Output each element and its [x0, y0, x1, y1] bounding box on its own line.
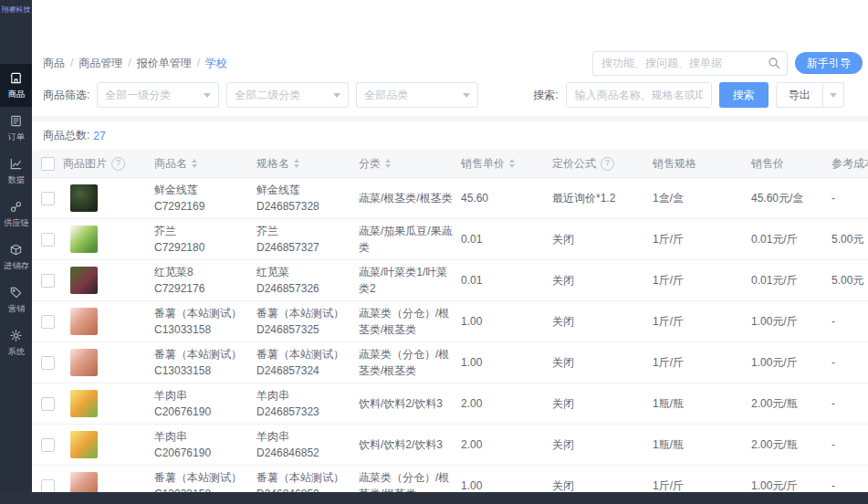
sort-icon[interactable]	[294, 159, 299, 168]
chevron-down-icon	[333, 93, 340, 98]
pricing-formula: 关闭	[552, 268, 653, 292]
column-header-label: 销售规格	[653, 155, 696, 172]
spec-name: 羊肉串	[256, 387, 351, 404]
product-thumbnail[interactable]	[70, 226, 98, 253]
sale-spec: 1斤/斤	[653, 474, 751, 492]
help-icon[interactable]: ?	[601, 157, 614, 171]
sidebar-item-inventory[interactable]: 进销存	[0, 236, 32, 278]
row-checkbox[interactable]	[41, 438, 55, 452]
product-search-input[interactable]	[567, 83, 711, 107]
sidebar-item-system[interactable]: 系统	[0, 321, 32, 364]
product-code: C13033158	[154, 362, 249, 379]
column-header-label: 销售单价	[461, 155, 505, 172]
column-header: 定价公式?	[552, 152, 653, 175]
sale-spec: 1盒/盒	[653, 186, 751, 210]
search-button[interactable]: 搜索	[719, 82, 769, 108]
table-row: 羊肉串 C20676190 羊肉串 D246857323 饮料/饮料2/饮料3 …	[32, 383, 868, 425]
row-checkbox[interactable]	[41, 397, 55, 411]
product-thumbnail[interactable]	[70, 308, 98, 335]
spec-name: 鲜金线莲	[256, 182, 351, 198]
row-checkbox[interactable]	[41, 233, 55, 247]
column-header: 规格名	[256, 152, 359, 175]
table-row: 番薯（本站测试） C13033158 番薯（本站测试） D246857325 蔬…	[32, 301, 868, 342]
product-thumbnail[interactable]	[70, 472, 98, 492]
category: 蔬菜类（分仓）/根茎类/根茎类	[359, 301, 461, 341]
product-thumbnail[interactable]	[70, 390, 98, 417]
category: 饮料/饮料2/饮料3	[359, 392, 461, 415]
sidebar-item-goods[interactable]: 商品	[0, 64, 32, 107]
pricing-formula: 关闭	[552, 433, 653, 457]
sidebar-item-orders[interactable]: 订单	[0, 107, 32, 150]
breadcrumb-separator: /	[70, 57, 73, 69]
supply-icon	[9, 200, 23, 214]
sidebar-item-label: 供应链	[4, 217, 29, 229]
sort-icon[interactable]	[509, 159, 515, 168]
unit-price: 1.00	[461, 351, 552, 374]
spec-code: D246857327	[256, 239, 351, 256]
pricing-formula: 关闭	[552, 392, 653, 415]
breadcrumb-item[interactable]: 报价单管理	[137, 57, 192, 69]
product-thumbnail[interactable]	[70, 184, 98, 212]
sidebar-item-marketing[interactable]: 营销	[0, 278, 32, 321]
total-count-label: 商品总数:	[43, 128, 89, 143]
category-type-select[interactable]: 全部品类	[356, 82, 478, 108]
guide-button[interactable]: 新手引导	[795, 52, 863, 74]
category: 蔬菜/根茎类/根茎类	[359, 186, 461, 210]
breadcrumb-item[interactable]: 学校	[205, 57, 227, 69]
category: 蔬菜/叶菜类1/叶菜类2	[359, 260, 461, 300]
search-label: 搜索:	[533, 88, 558, 103]
export-dropdown-button[interactable]	[822, 83, 843, 107]
row-checkbox[interactable]	[41, 315, 55, 329]
pricing-formula: 关闭	[552, 227, 653, 251]
sale-price: 45.60元/盒	[751, 186, 831, 210]
product-name: 芥兰	[154, 223, 249, 239]
sidebar-nav: 商品订单数据供应链进销存营销系统	[0, 64, 32, 364]
unit-price: 1.00	[461, 474, 552, 492]
sale-price: 1.00元/斤	[751, 474, 831, 492]
sale-spec: 1瓶/瓶	[653, 433, 751, 457]
sidebar-item-data[interactable]: 数据	[0, 150, 32, 193]
pricing-formula: 关闭	[552, 474, 653, 492]
sort-icon[interactable]	[192, 159, 197, 168]
sale-price: 2.00元/瓶	[751, 433, 831, 457]
select-all-checkbox[interactable]	[41, 157, 55, 171]
breadcrumb-item[interactable]: 商品	[43, 57, 65, 69]
category-level1-select[interactable]: 全部一级分类	[97, 82, 219, 108]
product-thumbnail[interactable]	[70, 431, 98, 458]
product-code: C20676190	[154, 404, 249, 420]
ref-cost: -	[831, 392, 868, 415]
row-checkbox[interactable]	[41, 274, 55, 288]
row-checkbox[interactable]	[41, 479, 55, 493]
global-search-input[interactable]	[593, 52, 787, 75]
row-checkbox[interactable]	[41, 192, 55, 205]
spec-name: 番薯（本站测试）	[256, 469, 351, 486]
sidebar-item-supply[interactable]: 供应链	[0, 193, 32, 236]
table-body: 鲜金线莲 C7292169 鲜金线莲 D246857328 蔬菜/根茎类/根茎类…	[32, 178, 868, 492]
table-row: 芥兰 C7292180 芥兰 D246857327 蔬菜/茄果瓜豆/果蔬类 0.…	[32, 219, 868, 260]
chevron-down-icon	[204, 93, 211, 98]
row-checkbox[interactable]	[41, 356, 55, 370]
product-thumbnail[interactable]	[70, 267, 98, 294]
pricing-formula: 关闭	[552, 310, 653, 333]
search-icon[interactable]	[767, 56, 781, 70]
pricing-formula: 关闭	[552, 351, 653, 374]
category-level2-select[interactable]: 全部二级分类	[226, 82, 349, 108]
sale-price: 2.00元/瓶	[751, 392, 831, 415]
column-header-label: 销售价	[751, 155, 784, 172]
category: 蔬菜类（分仓）/根茎类/根茎类	[359, 466, 461, 492]
sort-icon[interactable]	[385, 159, 391, 168]
sale-spec: 1斤/斤	[653, 268, 751, 292]
column-header-label: 定价公式	[552, 155, 596, 172]
orders-icon	[9, 114, 23, 128]
help-icon[interactable]: ?	[111, 157, 125, 171]
product-code: C13033158	[154, 321, 249, 338]
sale-spec: 1斤/斤	[653, 227, 751, 251]
bottom-bar	[0, 492, 868, 504]
ref-cost: -	[831, 433, 868, 457]
product-thumbnail[interactable]	[70, 349, 98, 376]
sale-price: 0.01元/斤	[751, 227, 831, 251]
category: 饮料/饮料2/饮料3	[359, 433, 461, 457]
breadcrumb-item[interactable]: 商品管理	[78, 57, 122, 69]
export-button[interactable]: 导出	[777, 83, 822, 107]
spec-code: D246846852	[256, 445, 351, 461]
